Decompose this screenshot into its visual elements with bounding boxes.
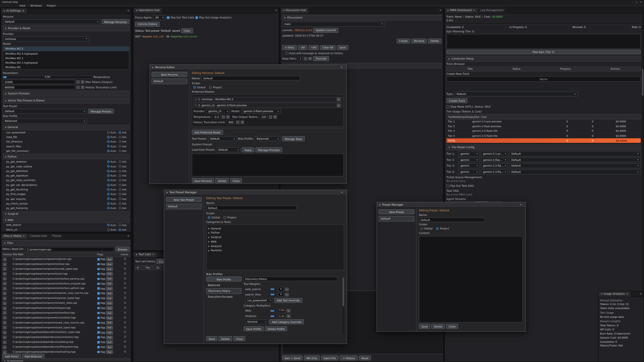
files-section[interactable]: Files <box>2 240 130 246</box>
gear-icon[interactable] <box>22 9 24 12</box>
remove-file-button[interactable]: x <box>3 277 6 281</box>
increment-button[interactable]: + <box>81 80 84 84</box>
truncate-button[interactable]: Truncate <box>313 56 329 61</box>
collapse-icon[interactable] <box>447 9 448 12</box>
agg-checkbox[interactable] <box>97 297 100 300</box>
cache-indicator[interactable] <box>124 326 126 328</box>
auto-radio[interactable] <box>107 165 110 168</box>
ask-radio[interactable] <box>119 131 121 134</box>
close-icon[interactable] <box>340 66 342 69</box>
multiplier-slider[interactable] <box>270 315 277 317</box>
tool-preset-select[interactable]: Default <box>3 109 87 114</box>
agg-checkbox[interactable] <box>97 292 100 295</box>
full-button[interactable]: Full <box>106 316 113 320</box>
preferred-model-row[interactable]: ≡ 1. minimax - MiniMax-M2.5 x <box>193 97 342 102</box>
weight-slider[interactable] <box>270 294 277 296</box>
category-node[interactable]: Runtime <box>208 249 342 252</box>
collapse-icon[interactable] <box>136 9 137 12</box>
tab-log-management[interactable]: Log Management <box>478 8 506 13</box>
category-node[interactable]: Python <box>208 231 342 235</box>
auto-radio[interactable] <box>107 161 110 163</box>
track-name-input[interactable] <box>446 76 641 82</box>
discussion-branch-select[interactable]: main <box>282 22 385 27</box>
maximize-icon[interactable]: ▢ <box>636 1 638 3</box>
remove-file-button[interactable]: x <box>3 258 6 261</box>
bias-scrollbar[interactable] <box>342 277 344 334</box>
close-dialog-button[interactable]: Close <box>446 324 458 329</box>
tool-preset-list-item[interactable]: Default <box>166 204 202 209</box>
provider-select[interactable]: minimax <box>3 36 89 41</box>
keep-pairs-input[interactable] <box>298 56 303 61</box>
persona-tool-preset-select[interactable]: Default <box>208 136 237 141</box>
entry-action-button[interactable]: -All <box>298 45 307 50</box>
add-category-override-button[interactable]: Add Category Override <box>270 320 304 324</box>
tier-provider-select[interactable]: gemini <box>458 157 480 162</box>
entry-action-button[interactable]: Clear All <box>320 45 336 50</box>
ask-radio[interactable] <box>119 207 121 209</box>
rename-discussion-button[interactable]: Rename <box>412 38 427 43</box>
remove-file-button[interactable]: x <box>3 336 6 339</box>
scope-global-radio[interactable] <box>420 227 423 230</box>
full-button[interactable]: Full <box>106 321 113 325</box>
model-item[interactable]: MiniMax-M2.1-highspeed <box>3 60 129 65</box>
collapse-icon[interactable] <box>5 27 6 30</box>
auto-radio[interactable] <box>107 202 110 205</box>
bias-profile-item[interactable]: Discovery-Heavy <box>206 288 242 294</box>
add-file-button[interactable]: Add File(s) <box>2 354 21 359</box>
entry-action-button[interactable]: +All <box>308 45 319 50</box>
close-icon[interactable] <box>440 9 442 12</box>
collapse-icon[interactable] <box>152 66 153 69</box>
expand-icon[interactable] <box>208 227 210 230</box>
collapse-icon[interactable] <box>601 293 602 296</box>
full-button[interactable]: Full <box>106 297 113 300</box>
ask-radio[interactable] <box>119 228 121 231</box>
full-button[interactable]: Full <box>106 257 113 261</box>
tab-files-media[interactable]: Files & Media <box>1 233 28 239</box>
tier-preset-select[interactable]: Default <box>509 151 641 156</box>
tool-preset-name-input[interactable] <box>206 206 296 210</box>
close-icon[interactable] <box>473 9 475 12</box>
remove-model-button[interactable]: x <box>337 104 340 107</box>
remove-file-button[interactable]: x <box>3 350 6 354</box>
track-type-select[interactable]: feature <box>455 92 578 96</box>
conductor-setup-section[interactable]: Conductor Setup <box>446 56 641 61</box>
browse-button[interactable]: Browse <box>116 247 130 252</box>
cache-indicator[interactable] <box>124 297 126 299</box>
tab-mma-dashboard[interactable]: MMA Dashboard <box>445 8 478 13</box>
apply-button[interactable]: Apply <box>242 147 254 152</box>
scope-global-radio[interactable] <box>208 216 210 219</box>
decrement-button[interactable]: - <box>236 120 240 124</box>
expand-icon[interactable] <box>208 249 210 252</box>
focus-agent-select[interactable]: All <box>153 15 166 20</box>
increment-button[interactable]: + <box>81 86 84 89</box>
full-button[interactable]: Full <box>106 282 113 286</box>
entry-action-button[interactable]: + Entry <box>282 45 297 50</box>
scope-global-radio[interactable] <box>193 86 196 89</box>
save-tool-preset-button[interactable]: Save <box>206 336 217 341</box>
full-button[interactable]: Full <box>106 331 113 334</box>
category-node[interactable]: General <box>208 227 342 230</box>
ask-radio[interactable] <box>119 179 121 182</box>
collapse-icon[interactable] <box>166 191 168 194</box>
auto-add-checkbox[interactable] <box>286 52 288 55</box>
cache-indicator[interactable] <box>124 263 126 265</box>
delete-discussion-button[interactable]: Delete <box>428 38 442 43</box>
collapse-icon[interactable] <box>448 146 450 149</box>
cache-indicator[interactable] <box>124 258 126 260</box>
remove-file-button[interactable]: x <box>3 282 6 285</box>
remove-file-button[interactable]: x <box>3 287 6 290</box>
collapse-icon[interactable] <box>136 253 137 256</box>
load-preset-select[interactable]: Default <box>216 147 241 152</box>
agg-checkbox[interactable] <box>97 278 100 280</box>
scope-project-radio[interactable] <box>436 227 439 230</box>
remove-multiplier-button[interactable]: x <box>286 309 290 312</box>
cache-indicator[interactable] <box>124 282 126 284</box>
cache-indicator[interactable] <box>124 273 126 275</box>
remove-file-button[interactable]: x <box>3 316 6 320</box>
auto-radio[interactable] <box>107 136 110 138</box>
full-button[interactable]: Full <box>106 345 113 349</box>
menu-item[interactable]: Project <box>45 4 58 7</box>
full-button[interactable]: Full <box>106 262 113 266</box>
save-preset-button[interactable]: Save <box>419 324 430 329</box>
cache-indicator[interactable] <box>124 321 126 323</box>
